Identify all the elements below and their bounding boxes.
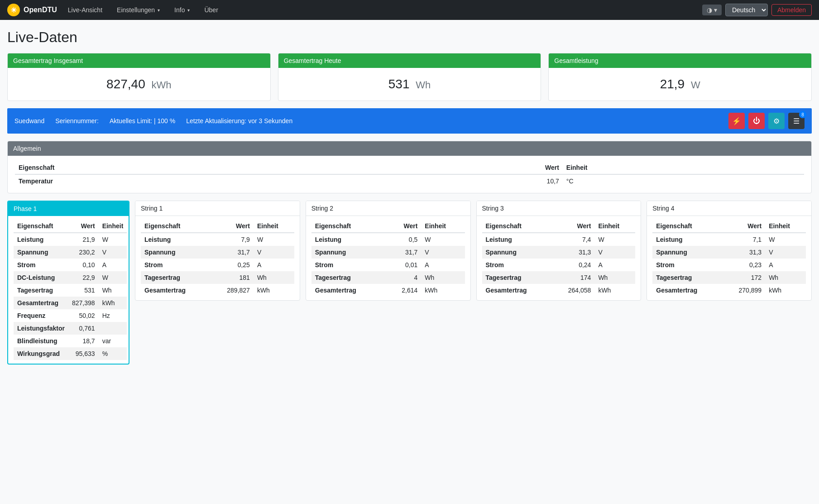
- logout-button[interactable]: Abmelden: [771, 4, 812, 16]
- s1-col-e: Eigenschaft: [141, 220, 210, 233]
- col-wert: Wert: [382, 161, 563, 174]
- main-content: Live-Daten Gesamtertrag Insgesamt 827,40…: [0, 20, 819, 374]
- menu-button[interactable]: ☰ 8: [788, 113, 805, 129]
- allgemein-body: Eigenschaft Wert Einheit Temperatur10,7°…: [8, 156, 811, 193]
- table-row-wert: 230,2: [68, 246, 99, 259]
- table-row-eigenschaft: Leistungsfaktor: [14, 322, 68, 335]
- string3-body: Eigenschaft Wert Einheit Leistung7,4WSpa…: [477, 216, 641, 300]
- table-row-eigenschaft: Blindleistung: [14, 335, 68, 347]
- table-row-einheit: W: [254, 233, 294, 246]
- s4-col-w: Wert: [722, 220, 765, 233]
- string1-panel: String 1 Eigenschaft Wert Einheit Leistu…: [135, 201, 300, 301]
- phase1-panel: Phase 1 Eigenschaft Wert Einheit Leistun…: [7, 201, 129, 365]
- string3-table: Eigenschaft Wert Einheit Leistung7,4WSpa…: [482, 220, 636, 297]
- table-row-eigenschaft: Strom: [652, 259, 722, 271]
- power-button[interactable]: ⏻: [748, 113, 765, 129]
- page-title: Live-Daten: [7, 29, 812, 46]
- table-row-einheit: Wh: [594, 271, 635, 284]
- nav-uber[interactable]: Über: [201, 5, 221, 15]
- phase1-col-einheit: Einheit: [99, 220, 127, 233]
- nav-live-ansicht[interactable]: Live-Ansicht: [64, 5, 106, 15]
- table-row-wert: 0,25: [210, 259, 253, 271]
- table-row-eigenschaft: Strom: [14, 259, 68, 271]
- alarm-button[interactable]: ⚡: [728, 113, 745, 129]
- table-row-eigenschaft: Spannung: [482, 246, 551, 259]
- table-row-einheit: W: [421, 233, 465, 246]
- table-row-wert: 270,899: [722, 284, 765, 297]
- table-row-wert: 0,5: [386, 233, 421, 246]
- s1-col-w: Wert: [210, 220, 253, 233]
- chevron-down-icon: ▾: [158, 8, 160, 13]
- table-row-wert: 7,1: [722, 233, 765, 246]
- s3-col-u: Einheit: [594, 220, 635, 233]
- card-body-total-power: 21,9 W: [549, 68, 811, 101]
- theme-icon: ◑: [707, 6, 712, 14]
- phase1-col-eigenschaft: Eigenschaft: [14, 220, 68, 233]
- string4-header: String 4: [647, 201, 811, 216]
- table-row-einheit: var: [99, 335, 127, 347]
- table-row-wert: 0,10: [68, 259, 99, 271]
- string2-body: Eigenschaft Wert Einheit Leistung0,5WSpa…: [306, 216, 470, 300]
- nav-einstellungen[interactable]: Einstellungen ▾: [113, 5, 163, 15]
- table-row-wert: 21,9: [68, 233, 99, 246]
- card-header-today-yield: Gesamtertrag Heute: [278, 53, 541, 68]
- allgemein-header: Allgemein: [8, 141, 811, 156]
- table-row-eigenschaft: Gesamtertrag: [652, 284, 722, 297]
- string2-header: String 2: [306, 201, 470, 216]
- string1-table: Eigenschaft Wert Einheit Leistung7,9WSpa…: [141, 220, 294, 297]
- allgemein-table: Eigenschaft Wert Einheit Temperatur10,7°…: [15, 161, 804, 187]
- today-yield-value: 531: [388, 77, 410, 91]
- chevron-down-icon: ▾: [714, 6, 717, 14]
- table-row-einheit: W: [765, 233, 806, 246]
- table-row-eigenschaft: Strom: [482, 259, 551, 271]
- table-row-wert: 827,398: [68, 297, 99, 309]
- table-row-eigenschaft: Tagesertrag: [14, 284, 68, 297]
- table-row-eigenschaft: Leistung: [482, 233, 551, 246]
- table-row-einheit: kWh: [765, 284, 806, 297]
- theme-toggle-button[interactable]: ◑ ▾: [702, 5, 722, 15]
- col-eigenschaft: Eigenschaft: [15, 161, 382, 174]
- table-row-einheit: W: [99, 233, 127, 246]
- table-row-eigenschaft: DC-Leistung: [14, 271, 68, 284]
- table-row-einheit: A: [421, 259, 465, 271]
- card-header-total-yield: Gesamtertrag Insgesamt: [8, 53, 270, 68]
- table-row-wert: 0,24: [551, 259, 594, 271]
- table-row-wert: 10,7: [382, 174, 563, 187]
- sun-icon: ☀: [7, 4, 20, 16]
- table-row-einheit: A: [99, 259, 127, 271]
- table-row-wert: 50,02: [68, 309, 99, 322]
- table-row-wert: 18,7: [68, 335, 99, 347]
- table-row-wert: 0,01: [386, 259, 421, 271]
- table-row-einheit: kWh: [421, 284, 465, 297]
- table-row-wert: 172: [722, 271, 765, 284]
- panels-row: Phase 1 Eigenschaft Wert Einheit Leistun…: [7, 201, 812, 365]
- string2-panel: String 2 Eigenschaft Wert Einheit Leistu…: [306, 201, 471, 301]
- string3-header: String 3: [477, 201, 641, 216]
- table-row-einheit: V: [254, 246, 294, 259]
- table-row-einheit: Wh: [765, 271, 806, 284]
- table-row-einheit: W: [99, 271, 127, 284]
- table-row-einheit: Wh: [254, 271, 294, 284]
- last-update: Letzte Aktualisierung: vor 3 Sekunden: [186, 117, 292, 125]
- phase1-col-wert: Wert: [68, 220, 99, 233]
- table-row-eigenschaft: Temperatur: [15, 174, 382, 187]
- table-row-wert: 2,614: [386, 284, 421, 297]
- table-row-einheit: A: [765, 259, 806, 271]
- serial-label: Seriennummer:: [55, 117, 99, 125]
- total-yield-value: 827,40: [106, 77, 145, 91]
- inverter-action-buttons: ⚡ ⏻ ⚙ ☰ 8: [728, 113, 805, 129]
- table-row-einheit: kWh: [594, 284, 635, 297]
- table-row-eigenschaft: Leistung: [652, 233, 722, 246]
- nav-info[interactable]: Info ▾: [171, 5, 193, 15]
- card-header-total-power: Gesamtleistung: [549, 53, 811, 68]
- language-select[interactable]: Deutsch English: [725, 4, 768, 16]
- s4-col-u: Einheit: [765, 220, 806, 233]
- summary-cards: Gesamtertrag Insgesamt 827,40 kWh Gesamt…: [7, 53, 812, 101]
- string4-panel: String 4 Eigenschaft Wert Einheit Leistu…: [647, 201, 812, 301]
- settings-button[interactable]: ⚙: [768, 113, 785, 129]
- total-power-unit: W: [691, 79, 700, 91]
- menu-badge: 8: [799, 111, 806, 118]
- table-row-eigenschaft: Spannung: [14, 246, 68, 259]
- table-row-einheit: [99, 322, 127, 335]
- table-row-wert: 22,9: [68, 271, 99, 284]
